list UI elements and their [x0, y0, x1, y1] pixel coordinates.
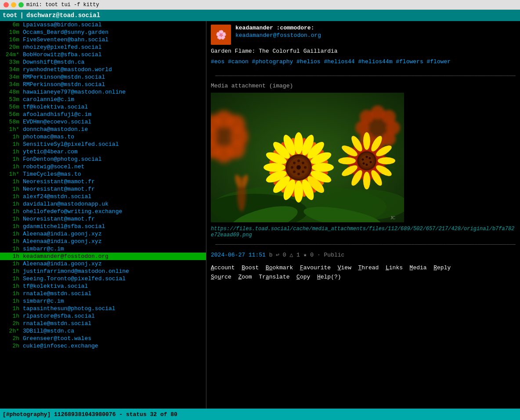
timeline-user: BobHorowitz@sfba.social: [23, 51, 101, 58]
maximize-button[interactable]: [18, 2, 24, 7]
post-title: Garden Flame: The Colorful Gaillardia: [211, 47, 516, 55]
timeline-row[interactable]: 1hrlpastore@sfba.social: [0, 312, 206, 320]
timeline-user: ytetic@4bear.com: [23, 148, 78, 155]
timeline-user: cukie@infosec.exchange: [23, 343, 98, 349]
timeline-row[interactable]: 1hohellofedefo@writing.exchange: [0, 208, 206, 215]
timeline-user: nhoizey@pixelfed.social: [23, 44, 101, 51]
svg-point-105: [338, 157, 356, 164]
actions-bar: Account Boost Bookmark Favourite View Th…: [206, 261, 520, 284]
timeline-row[interactable]: 1hrobotwig@socel.net: [0, 163, 206, 170]
post-content: Garden Flame: The Colorful Gaillardia #e…: [206, 47, 520, 71]
timeline-time: 1h: [2, 201, 19, 207]
author-handle: keadamander@fosstodon.org: [235, 32, 321, 39]
timeline-time: 1h: [2, 246, 19, 252]
timeline-user: Neoresistant@mamot.fr: [23, 178, 95, 185]
timeline-row[interactable]: 2h*3DBill@mstdn.ca: [0, 327, 206, 335]
svg-point-114: [366, 164, 368, 166]
timeline-time: 1h: [2, 148, 19, 155]
timeline-row[interactable]: 58mEVDHmn@ecoevo.social: [0, 118, 206, 126]
timeline-time: 58m: [2, 119, 19, 125]
timeline-user: FiveSeventeen@bahn.social: [23, 36, 108, 43]
svg-point-113: [370, 161, 372, 163]
timeline-row[interactable]: 1hphotomac@mas.to: [0, 133, 206, 141]
svg-point-77: [304, 166, 307, 169]
timeline-row[interactable]: 34mryanhodnett@mastodon.world: [0, 66, 206, 73]
svg-point-79: [297, 173, 300, 175]
timeline-row[interactable]: 10mOccams_Beard@sunny.garden: [0, 29, 206, 36]
timeline-row[interactable]: 1hSensitiveSyl@pixelfed.social: [0, 141, 206, 148]
display-name: keadamander :commodore:: [235, 25, 321, 31]
timeline-row[interactable]: 56mafoolandhisfuji@c.im: [0, 111, 206, 118]
timeline-row[interactable]: 1hNeoresistant@mamot.fr: [0, 178, 206, 185]
post-url[interactable]: https://files.toad.social/cache/media_at…: [206, 224, 520, 240]
post-author: keadamander :commodore: keadamander@foss…: [235, 25, 321, 39]
timeline-user: rnatale@mstdn.social: [23, 320, 91, 327]
timeline-row[interactable]: 6mLpaivassa@birdon.social: [0, 21, 206, 29]
timeline-user: Downshift@mstdn.ca: [23, 59, 84, 65]
svg-point-82: [293, 162, 296, 164]
timeline-time: 33m: [2, 59, 19, 65]
timeline-row[interactable]: 1hsimbarr@c.im: [0, 245, 206, 253]
timeline-row[interactable]: 1h*donncha@mastodon.ie: [0, 126, 206, 133]
timeline-user: keadamander@fosstodon.org: [23, 253, 108, 260]
timeline-user: tf@kolektiva.social: [23, 104, 88, 110]
timeline-row[interactable]: 1hAleenaa@india.goonj.xyz: [0, 260, 206, 268]
timeline-row[interactable]: 1hAleenaa@india.goonj.xyz: [0, 238, 206, 245]
minimize-button[interactable]: [11, 2, 16, 7]
timeline-row[interactable]: 2hrnatale@mstdn.social: [0, 320, 206, 327]
timeline-row[interactable]: 33mDownshift@mstdn.ca: [0, 58, 206, 66]
timeline-row[interactable]: 16mFiveSeventeen@bahn.social: [0, 36, 206, 43]
timeline-row[interactable]: 1hsimbarr@c.im: [0, 297, 206, 305]
timeline-time: 56m: [2, 104, 19, 110]
timeline-user: Neoresistant@mamot.fr: [23, 186, 95, 192]
timeline-row[interactable]: 34mRMPerkinson@mstdn.social: [0, 73, 206, 81]
close-button[interactable]: [4, 2, 9, 7]
svg-point-96: [363, 132, 370, 150]
divider-1: ────────────────────────────────────────…: [211, 73, 516, 79]
timeline-row[interactable]: 2hGreenseer@toot.wales: [0, 335, 206, 342]
timeline-row[interactable]: 1hNeoresistant@mamot.fr: [0, 185, 206, 193]
timeline-row[interactable]: 1hkeadamander@fosstodon.org: [0, 253, 206, 260]
timeline-row[interactable]: 1htapasinthesun@photog.social: [0, 305, 206, 312]
timeline-time: 2h: [2, 320, 19, 327]
timeline-time: 53m: [2, 96, 19, 103]
media-image[interactable]: JC: [211, 93, 404, 222]
timeline-user: ohellofedefo@writing.exchange: [23, 208, 122, 215]
timeline-row[interactable]: 1hdavidallan@mastodonapp.uk: [0, 200, 206, 208]
timeline-row[interactable]: 1htf@kolektiva.social: [0, 282, 206, 290]
timeline-row[interactable]: 1hFonDenton@photog.social: [0, 156, 206, 163]
timeline-row[interactable]: 1hgdanmitchell@sfba.social: [0, 223, 206, 230]
timeline-row[interactable]: 1halexf24@mstdn.social: [0, 193, 206, 200]
timeline-panel[interactable]: 6mLpaivassa@birdon.social10mOccams_Beard…: [0, 21, 206, 409]
timeline-time: 2h: [2, 335, 19, 342]
timeline-time: 1h: [2, 253, 19, 260]
timeline-row[interactable]: 1hrnatale@mstdn.social: [0, 290, 206, 297]
timeline-row[interactable]: 1h*TimeCycles@mas.to: [0, 170, 206, 178]
timeline-row[interactable]: 1hytetic@4bear.com: [0, 148, 206, 156]
timeline-row[interactable]: 53mcarolannie@c.im: [0, 96, 206, 103]
timeline-row[interactable]: 2hcukie@infosec.exchange: [0, 342, 206, 350]
timeline-user: TimeCycles@mas.to: [23, 171, 81, 177]
timeline-user: donncha@mastodon.ie: [23, 126, 88, 133]
timeline-row[interactable]: 34mRMPerkinson@mstdn.social: [0, 81, 206, 88]
timeline-row[interactable]: 56mtf@kolektiva.social: [0, 103, 206, 111]
timeline-row[interactable]: 1hAleenaa@india.goonj.xyz: [0, 230, 206, 238]
actions-line-1: Account Boost Bookmark Favourite View Th…: [211, 264, 516, 273]
timeline-time: 1h: [2, 313, 19, 319]
timeline-user: carolannie@c.im: [23, 96, 74, 103]
timeline-user: RMPerkinson@mstdn.social: [23, 74, 105, 80]
timeline-row[interactable]: 1hjustinfarrimond@mastodon.online: [0, 268, 206, 275]
timeline-row[interactable]: 20mnhoizey@pixelfed.social: [0, 43, 206, 51]
svg-point-111: [366, 156, 368, 158]
window-controls[interactable]: [4, 2, 24, 7]
timeline-user: simbarr@c.im: [23, 246, 64, 252]
timeline-row[interactable]: 1hNeoresistant@mamot.fr: [0, 215, 206, 223]
svg-point-20: [360, 110, 374, 124]
timeline-row[interactable]: 24m*BobHorowitz@sfba.social: [0, 51, 206, 58]
timeline-row[interactable]: 1hSeeing.Toronto@pixelfed.social: [0, 275, 206, 282]
svg-point-83: [296, 165, 301, 170]
post-detail-panel: 🌸 keadamander :commodore: keadamander@fo…: [206, 21, 520, 409]
timeline-row[interactable]: 48mhawaiianeye797@mastodon.online: [0, 88, 206, 96]
timeline-time: 34m: [2, 74, 19, 80]
timeline-user: rlpastore@sfba.social: [23, 313, 95, 319]
